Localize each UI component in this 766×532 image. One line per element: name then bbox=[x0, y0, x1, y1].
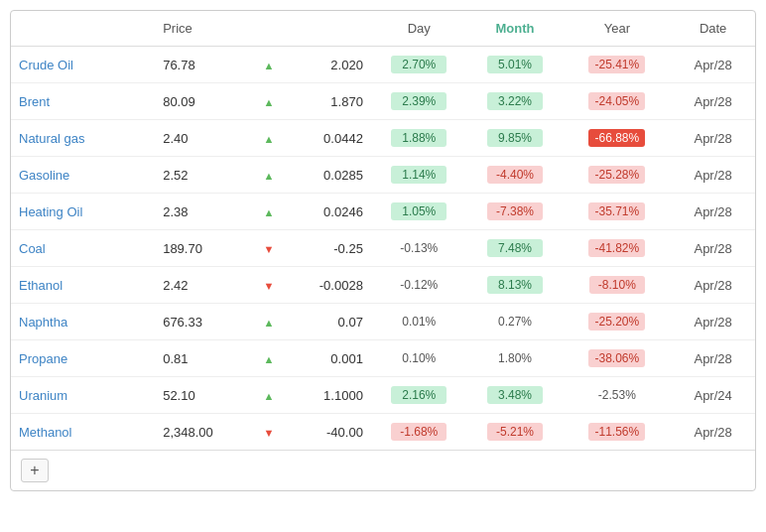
arrow-up-icon: ▲ bbox=[251, 157, 287, 194]
header-date: Date bbox=[671, 11, 755, 47]
cell-month: 9.85% bbox=[467, 120, 564, 157]
cell-month: 3.48% bbox=[467, 377, 564, 414]
cell-month: -5.21% bbox=[467, 414, 564, 451]
cell-year: -25.41% bbox=[563, 47, 671, 83]
cell-date: Apr/28 bbox=[671, 267, 755, 304]
cell-year: -8.10% bbox=[563, 267, 671, 304]
table-row: Heating Oil2.38▲0.02461.05%-7.38%-35.71%… bbox=[11, 194, 755, 230]
table-row: Naphtha676.33▲0.070.01%0.27%-25.20%Apr/2… bbox=[11, 304, 755, 340]
cell-day: 1.14% bbox=[371, 157, 467, 194]
cell-name[interactable]: Naphtha bbox=[11, 304, 155, 340]
cell-year: -11.56% bbox=[563, 414, 671, 451]
cell-month: -4.40% bbox=[467, 157, 564, 194]
cell-price: 189.70 bbox=[155, 230, 251, 267]
arrow-down-icon: ▼ bbox=[251, 230, 287, 267]
cell-change: -0.25 bbox=[287, 230, 371, 267]
cell-name[interactable]: Methanol bbox=[11, 414, 155, 451]
arrow-down-icon: ▼ bbox=[251, 267, 287, 304]
cell-name[interactable]: Ethanol bbox=[11, 267, 155, 304]
cell-change: 0.0285 bbox=[287, 157, 371, 194]
cell-change: 2.020 bbox=[287, 47, 371, 83]
cell-day: -0.13% bbox=[371, 230, 467, 267]
cell-year: -2.53% bbox=[563, 377, 671, 414]
cell-day: 2.70% bbox=[371, 47, 467, 83]
header-month: Month bbox=[467, 11, 564, 47]
cell-name[interactable]: Crude Oil bbox=[11, 47, 155, 83]
cell-change: -40.00 bbox=[287, 414, 371, 451]
arrow-up-icon: ▲ bbox=[251, 83, 287, 120]
cell-price: 676.33 bbox=[155, 304, 251, 340]
cell-date: Apr/28 bbox=[671, 304, 755, 340]
cell-price: 2,348.00 bbox=[155, 414, 251, 451]
cell-change: 1.1000 bbox=[287, 377, 371, 414]
header-price: Price bbox=[155, 11, 251, 47]
cell-date: Apr/28 bbox=[671, 83, 755, 120]
add-row-button[interactable]: + bbox=[21, 459, 49, 482]
table-row: Uranium52.10▲1.10002.16%3.48%-2.53%Apr/2… bbox=[11, 377, 755, 414]
cell-date: Apr/28 bbox=[671, 414, 755, 451]
header-change bbox=[287, 11, 371, 47]
arrow-up-icon: ▲ bbox=[251, 120, 287, 157]
header-arrow bbox=[251, 11, 287, 47]
arrow-up-icon: ▲ bbox=[251, 377, 287, 414]
cell-price: 0.81 bbox=[155, 340, 251, 377]
cell-year: -24.05% bbox=[563, 83, 671, 120]
cell-month: 8.13% bbox=[467, 267, 564, 304]
header-name bbox=[11, 11, 155, 47]
cell-day: 0.10% bbox=[371, 340, 467, 377]
cell-day: -1.68% bbox=[371, 414, 467, 451]
cell-name[interactable]: Brent bbox=[11, 83, 155, 120]
cell-date: Apr/28 bbox=[671, 47, 755, 83]
cell-price: 2.52 bbox=[155, 157, 251, 194]
table-row: Gasoline2.52▲0.02851.14%-4.40%-25.28%Apr… bbox=[11, 157, 755, 194]
cell-name[interactable]: Coal bbox=[11, 230, 155, 267]
cell-month: 1.80% bbox=[467, 340, 564, 377]
cell-date: Apr/28 bbox=[671, 194, 755, 230]
arrow-up-icon: ▲ bbox=[251, 47, 287, 83]
cell-change: 1.870 bbox=[287, 83, 371, 120]
cell-year: -38.06% bbox=[563, 340, 671, 377]
cell-price: 80.09 bbox=[155, 83, 251, 120]
cell-change: 0.0246 bbox=[287, 194, 371, 230]
cell-date: Apr/28 bbox=[671, 230, 755, 267]
cell-name[interactable]: Heating Oil bbox=[11, 194, 155, 230]
cell-change: 0.07 bbox=[287, 304, 371, 340]
table-row: Brent80.09▲1.8702.39%3.22%-24.05%Apr/28 bbox=[11, 83, 755, 120]
commodities-table: Price Day Month Year Date Crude Oil76.78… bbox=[10, 10, 756, 491]
cell-month: 3.22% bbox=[467, 83, 564, 120]
cell-change: 0.0442 bbox=[287, 120, 371, 157]
cell-day: 2.39% bbox=[371, 83, 467, 120]
table-row: Propane0.81▲0.0010.10%1.80%-38.06%Apr/28 bbox=[11, 340, 755, 377]
cell-price: 2.42 bbox=[155, 267, 251, 304]
table-row: Ethanol2.42▼-0.0028-0.12%8.13%-8.10%Apr/… bbox=[11, 267, 755, 304]
cell-year: -41.82% bbox=[563, 230, 671, 267]
cell-date: Apr/24 bbox=[671, 377, 755, 414]
cell-month: 5.01% bbox=[467, 47, 564, 83]
cell-name[interactable]: Propane bbox=[11, 340, 155, 377]
table-row: Coal189.70▼-0.25-0.13%7.48%-41.82%Apr/28 bbox=[11, 230, 755, 267]
cell-name[interactable]: Uranium bbox=[11, 377, 155, 414]
cell-day: 2.16% bbox=[371, 377, 467, 414]
cell-price: 2.38 bbox=[155, 194, 251, 230]
table-row: Natural gas2.40▲0.04421.88%9.85%-66.88%A… bbox=[11, 120, 755, 157]
cell-price: 52.10 bbox=[155, 377, 251, 414]
table-header-row: Price Day Month Year Date bbox=[11, 11, 755, 47]
cell-year: -25.20% bbox=[563, 304, 671, 340]
cell-day: 1.88% bbox=[371, 120, 467, 157]
cell-day: 0.01% bbox=[371, 304, 467, 340]
cell-month: -7.38% bbox=[467, 194, 564, 230]
cell-name[interactable]: Natural gas bbox=[11, 120, 155, 157]
cell-change: 0.001 bbox=[287, 340, 371, 377]
cell-name[interactable]: Gasoline bbox=[11, 157, 155, 194]
cell-year: -35.71% bbox=[563, 194, 671, 230]
arrow-up-icon: ▲ bbox=[251, 304, 287, 340]
header-year: Year bbox=[563, 11, 671, 47]
cell-month: 7.48% bbox=[467, 230, 564, 267]
cell-day: -0.12% bbox=[371, 267, 467, 304]
cell-day: 1.05% bbox=[371, 194, 467, 230]
table-row: Crude Oil76.78▲2.0202.70%5.01%-25.41%Apr… bbox=[11, 47, 755, 83]
cell-date: Apr/28 bbox=[671, 340, 755, 377]
cell-year: -66.88% bbox=[563, 120, 671, 157]
cell-date: Apr/28 bbox=[671, 120, 755, 157]
arrow-down-icon: ▼ bbox=[251, 414, 287, 451]
